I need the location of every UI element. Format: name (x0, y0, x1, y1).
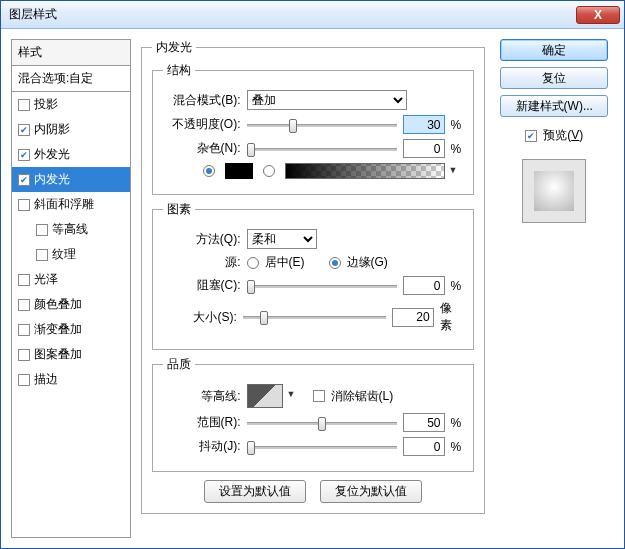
layer-style-dialog: 图层样式 X 样式 混合选项:自定 投影内阴影外发光内发光斜面和浮雕等高线纹理光… (0, 0, 625, 549)
style-label: 纹理 (52, 246, 76, 263)
edge-label: 边缘(G) (347, 254, 388, 271)
source-label: 源: (163, 254, 241, 271)
style-checkbox[interactable] (18, 174, 30, 186)
style-label: 斜面和浮雕 (34, 196, 94, 213)
preview-swatch (522, 159, 586, 223)
size-label: 大小(S): (163, 309, 237, 326)
blend-options-header[interactable]: 混合选项:自定 (12, 66, 130, 92)
pct-label: % (451, 279, 462, 293)
window-title: 图层样式 (9, 6, 576, 23)
new-style-button[interactable]: 新建样式(W)... (500, 95, 608, 117)
style-checkbox[interactable] (36, 224, 48, 236)
style-item-2[interactable]: 外发光 (12, 142, 130, 167)
style-label: 投影 (34, 96, 58, 113)
close-button[interactable]: X (576, 6, 620, 24)
style-item-0[interactable]: 投影 (12, 92, 130, 117)
style-item-10[interactable]: 图案叠加 (12, 342, 130, 367)
style-checkbox[interactable] (18, 349, 30, 361)
cancel-button[interactable]: 复位 (500, 67, 608, 89)
style-checkbox[interactable] (18, 299, 30, 311)
size-unit: 像素 (440, 300, 463, 334)
preview-inner (534, 171, 574, 211)
contour-picker[interactable] (247, 384, 283, 408)
titlebar[interactable]: 图层样式 X (1, 1, 624, 29)
style-item-3[interactable]: 内发光 (12, 167, 130, 192)
noise-input[interactable] (403, 139, 445, 158)
style-item-7[interactable]: 光泽 (12, 267, 130, 292)
reset-default-button[interactable]: 复位为默认值 (320, 480, 422, 503)
elements-legend: 图素 (163, 201, 195, 218)
structure-legend: 结构 (163, 62, 195, 79)
opacity-label: 不透明度(O): (163, 116, 241, 133)
style-label: 描边 (34, 371, 58, 388)
style-checkbox[interactable] (36, 249, 48, 261)
source-edge-radio[interactable] (329, 257, 341, 269)
blend-mode-label: 混合模式(B): (163, 92, 241, 109)
contour-label: 等高线: (163, 388, 241, 405)
style-label: 颜色叠加 (34, 296, 82, 313)
style-label: 等高线 (52, 221, 88, 238)
close-icon: X (594, 8, 602, 22)
ok-button[interactable]: 确定 (500, 39, 608, 61)
style-label: 光泽 (34, 271, 58, 288)
jitter-slider[interactable] (247, 438, 397, 456)
blend-mode-select[interactable]: 叠加 (247, 90, 407, 110)
structure-group: 结构 混合模式(B): 叠加 不透明度(O): % 杂色(N): (152, 62, 474, 195)
noise-slider[interactable] (247, 140, 397, 158)
range-label: 范围(R): (163, 414, 241, 431)
set-default-button[interactable]: 设置为默认值 (204, 480, 306, 503)
style-item-9[interactable]: 渐变叠加 (12, 317, 130, 342)
size-slider[interactable] (243, 308, 386, 326)
method-select[interactable]: 柔和 (247, 229, 317, 249)
style-checkbox[interactable] (18, 99, 30, 111)
choke-slider[interactable] (247, 277, 397, 295)
quality-legend: 品质 (163, 356, 195, 373)
style-item-6[interactable]: 纹理 (12, 242, 130, 267)
pct-label: % (451, 142, 462, 156)
style-checkbox[interactable] (18, 274, 30, 286)
style-item-11[interactable]: 描边 (12, 367, 130, 392)
pct-label: % (451, 118, 462, 132)
preview-label: 预览(V) (543, 127, 583, 144)
jitter-input[interactable] (403, 437, 445, 456)
style-item-1[interactable]: 内阴影 (12, 117, 130, 142)
quality-group: 品质 等高线: 消除锯齿(L) 范围(R): % (152, 356, 474, 472)
style-checkbox[interactable] (18, 124, 30, 136)
source-center-radio[interactable] (247, 257, 259, 269)
preview-checkbox[interactable] (525, 130, 537, 142)
antialias-label: 消除锯齿(L) (331, 388, 394, 405)
style-item-4[interactable]: 斜面和浮雕 (12, 192, 130, 217)
style-label: 外发光 (34, 146, 70, 163)
antialias-checkbox[interactable] (313, 390, 325, 402)
style-item-5[interactable]: 等高线 (12, 217, 130, 242)
color-radio[interactable] (203, 165, 215, 177)
style-checkbox[interactable] (18, 199, 30, 211)
action-panel: 确定 复位 新建样式(W)... 预览(V) (495, 39, 615, 538)
gradient-picker[interactable] (285, 163, 445, 179)
method-label: 方法(Q): (163, 231, 241, 248)
settings-panel: 内发光 结构 混合模式(B): 叠加 不透明度(O): % 杂色(N): (141, 39, 485, 538)
opacity-input[interactable] (403, 115, 445, 134)
style-item-8[interactable]: 颜色叠加 (12, 292, 130, 317)
range-slider[interactable] (247, 414, 397, 432)
style-checkbox[interactable] (18, 149, 30, 161)
center-label: 居中(E) (265, 254, 305, 271)
choke-input[interactable] (403, 276, 445, 295)
styles-header[interactable]: 样式 (12, 40, 130, 66)
opacity-slider[interactable] (247, 116, 397, 134)
style-label: 渐变叠加 (34, 321, 82, 338)
panel-title: 内发光 (152, 39, 196, 56)
style-list-panel: 样式 混合选项:自定 投影内阴影外发光内发光斜面和浮雕等高线纹理光泽颜色叠加渐变… (11, 39, 131, 538)
noise-label: 杂色(N): (163, 140, 241, 157)
style-label: 内阴影 (34, 121, 70, 138)
style-checkbox[interactable] (18, 374, 30, 386)
content-area: 样式 混合选项:自定 投影内阴影外发光内发光斜面和浮雕等高线纹理光泽颜色叠加渐变… (1, 29, 624, 548)
style-checkbox[interactable] (18, 324, 30, 336)
elements-group: 图素 方法(Q): 柔和 源: 居中(E) 边缘(G) 阻塞(C): (152, 201, 474, 350)
jitter-label: 抖动(J): (163, 438, 241, 455)
range-input[interactable] (403, 413, 445, 432)
color-swatch[interactable] (225, 163, 253, 179)
size-input[interactable] (392, 308, 434, 327)
gradient-radio[interactable] (263, 165, 275, 177)
pct-label: % (451, 416, 462, 430)
